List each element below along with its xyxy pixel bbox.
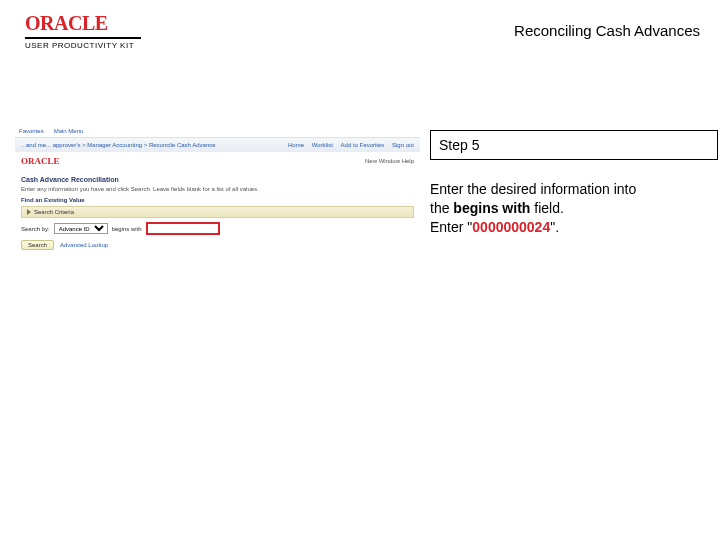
- search-row: Search by: Advance ID begins with: [21, 222, 414, 235]
- breadcrumb[interactable]: ...and me... approver's > Manager Accoun…: [21, 142, 216, 148]
- nav-signout[interactable]: Sign out: [392, 142, 414, 148]
- instruction-line-1: Enter the desired information into: [430, 180, 700, 199]
- favorites-bar: Favorites Main Menu: [15, 125, 420, 138]
- top-nav: ...and me... approver's > Manager Accoun…: [15, 138, 420, 152]
- button-row: Search Advanced Lookup: [21, 240, 414, 250]
- begins-with-input[interactable]: [146, 222, 220, 235]
- instruction-line-2: the begins with field.: [430, 199, 700, 218]
- oracle-upk-logo: ORACLE USER PRODUCTIVITY KIT: [25, 12, 141, 50]
- favorites-link[interactable]: Favorites: [19, 128, 44, 134]
- embedded-app-screenshot: Favorites Main Menu ...and me... approve…: [15, 125, 420, 260]
- nav-add-fav[interactable]: Add to Favorites: [341, 142, 385, 148]
- search-criteria-header[interactable]: Search Criteria: [21, 206, 414, 218]
- page-subtitle: Enter any information you have and click…: [21, 186, 414, 192]
- expand-icon: [27, 209, 31, 215]
- search-by-select[interactable]: Advance ID: [54, 223, 108, 234]
- step-label-box: Step 5: [430, 130, 718, 160]
- find-existing-tab[interactable]: Find an Existing Value: [21, 197, 414, 203]
- advanced-lookup-link[interactable]: Advanced Lookup: [60, 242, 108, 248]
- page-title: Cash Advance Reconciliation: [21, 176, 414, 183]
- nav-worklist[interactable]: Worklist: [312, 142, 333, 148]
- operator-label: begins with: [112, 226, 142, 232]
- upk-subtitle: USER PRODUCTIVITY KIT: [25, 41, 141, 50]
- step-label: Step 5: [439, 137, 479, 153]
- instruction-text: Enter the desired information into the b…: [430, 180, 700, 237]
- top-nav-links: Home Worklist Add to Favorites Sign out: [282, 142, 414, 148]
- app-body: Cash Advance Reconciliation Enter any in…: [15, 170, 420, 256]
- app-oracle-logo: ORACLE: [21, 156, 60, 166]
- window-help-links[interactable]: New Window Help: [365, 158, 414, 164]
- brand-row: ORACLE New Window Help: [15, 152, 420, 170]
- document-title: Reconciling Cash Advances: [514, 22, 700, 39]
- nav-home[interactable]: Home: [288, 142, 304, 148]
- search-button[interactable]: Search: [21, 240, 54, 250]
- logo-divider: [25, 37, 141, 39]
- header: ORACLE USER PRODUCTIVITY KIT Reconciling…: [0, 0, 720, 60]
- main-menu-link[interactable]: Main Menu: [54, 128, 84, 134]
- oracle-wordmark: ORACLE: [25, 12, 141, 35]
- search-by-label: Search by:: [21, 226, 50, 232]
- search-criteria-label: Search Criteria: [34, 209, 74, 215]
- find-existing-label: Find an Existing Value: [21, 197, 85, 203]
- instruction-line-3: Enter "0000000024".: [430, 218, 700, 237]
